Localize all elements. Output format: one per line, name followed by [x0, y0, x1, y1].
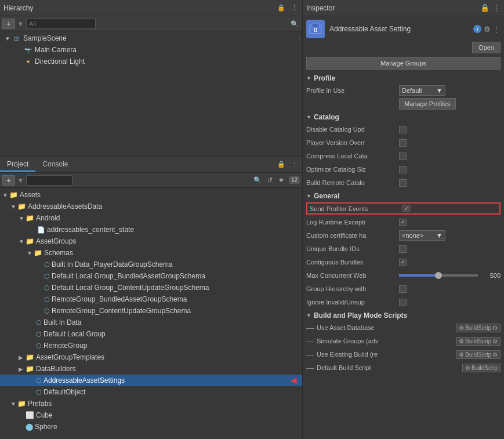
use-existing-build-label: Use Existing Build (re: [317, 351, 456, 358]
asset-icon: ⬡: [44, 296, 50, 303]
list-item[interactable]: ⬤ Sphere: [0, 421, 302, 433]
list-item[interactable]: ⬡ RemoteGroup_BundledAssetGroupSchema: [0, 293, 302, 305]
list-item[interactable]: ▶ 📁 AssetGroupTemplates: [0, 351, 302, 363]
build-play-arrow: ▼: [306, 313, 311, 318]
project-search-icon[interactable]: 🔍: [252, 175, 263, 185]
build-remote-catalog-checkbox[interactable]: [399, 179, 407, 187]
manage-profiles-button[interactable]: Manage Profiles: [399, 98, 456, 110]
simulate-groups-script[interactable]: ⚙ BuildScrip ⚙: [456, 337, 501, 346]
list-item[interactable]: ⬜ Cube: [0, 409, 302, 421]
open-button[interactable]: Open: [472, 42, 501, 53]
build-script-value-0: BuildScrip: [465, 325, 491, 331]
group-hierarchy-label: Group Hierarchy with: [306, 285, 399, 292]
disable-catalog-checkbox[interactable]: [399, 126, 407, 133]
dropdown-arrow-icon: ▼: [436, 87, 443, 94]
project-add-button[interactable]: +: [2, 175, 15, 186]
schema5-label: RemoteGroup_ContentUpdateGroupSchema: [52, 307, 191, 315]
group-hierarchy-checkbox[interactable]: [399, 285, 407, 293]
optimize-catalog-checkbox[interactable]: [399, 166, 407, 173]
project-toolbar: + ▼ 🔍 ↺ ★ 12: [0, 173, 302, 188]
log-runtime-row: Log Runtime Excepti: [306, 216, 501, 228]
hierarchy-camera-label: Main Camera: [35, 46, 77, 54]
compress-catalog-label: Compress Local Cata: [306, 153, 399, 159]
asset-icon-box: {}: [306, 20, 325, 38]
compress-catalog-checkbox[interactable]: [399, 153, 407, 160]
hierarchy-lock-icon[interactable]: 🔒: [276, 3, 287, 13]
list-item[interactable]: ▼ 📁 AssetGroups: [0, 235, 302, 247]
player-version-checkbox[interactable]: [399, 139, 407, 147]
build-script-gear-0: ⚙: [492, 325, 498, 331]
log-runtime-checkbox[interactable]: [399, 219, 407, 226]
use-asset-database-script[interactable]: ⚙ BuildScrip ⚙: [456, 324, 501, 332]
list-item[interactable]: ⬡ Default Local Group_BundledAssetGroupS…: [0, 270, 302, 282]
list-item[interactable]: ⬡ RemoteGroup: [0, 340, 302, 351]
send-profiler-checkbox[interactable]: [403, 205, 410, 212]
asset-icon: ⬡: [36, 331, 42, 338]
list-item[interactable]: ▼ 📁 Android: [0, 212, 302, 224]
list-item[interactable]: ⬡ Built In Data: [0, 317, 302, 328]
project-refresh-icon[interactable]: ↺: [266, 175, 274, 185]
ignore-invalid-checkbox[interactable]: [399, 299, 407, 306]
settings-asset-icon: ⬡: [36, 377, 42, 384]
list-item[interactable]: ⬡ DefaultObject: [0, 386, 302, 398]
tab-project[interactable]: Project: [0, 158, 35, 172]
list-item[interactable]: ▼ 📁 AddressableAssetsData: [0, 201, 302, 212]
hierarchy-search-input[interactable]: [26, 19, 96, 29]
catalog-section-header: ▼ Catalog: [306, 113, 501, 121]
info-icon[interactable]: i: [473, 25, 481, 33]
list-item[interactable]: ⬡ Default Local Group_ContentUpdateGroup…: [0, 282, 302, 293]
list-item[interactable]: ⬡ Default Local Group: [0, 328, 302, 340]
hierarchy-add-button[interactable]: +: [2, 19, 15, 29]
android-label: Android: [36, 214, 60, 222]
build-script-icon-3: ⚙: [465, 365, 470, 371]
list-item[interactable]: 📄 addressables_content_state: [0, 224, 302, 235]
hierarchy-camera-item[interactable]: 📷 Main Camera: [0, 44, 302, 56]
unique-bundle-checkbox[interactable]: [399, 245, 407, 253]
project-lock-icon[interactable]: 🔒: [276, 159, 287, 169]
folder-icon: 📁: [26, 214, 34, 222]
addressable-asset-settings-item[interactable]: ⬡ AddressableAssetSettings ◄: [0, 375, 302, 386]
profile-in-use-row: Profile In Use Default ▼: [306, 85, 501, 96]
schema2-label: Default Local Group_BundledAssetGroupSch…: [52, 272, 205, 280]
simulate-groups-label: Simulate Groups (adv: [317, 338, 456, 344]
list-item[interactable]: ▼ 📁 Schemas: [0, 247, 302, 259]
project-search-input[interactable]: [26, 175, 72, 186]
list-item[interactable]: ▼ 📁 Assets: [0, 189, 302, 201]
list-item[interactable]: ⬡ RemoteGroup_ContentUpdateGroupSchema: [0, 305, 302, 317]
list-item[interactable]: ▼ 📁 Prefabs: [0, 398, 302, 409]
schemas-label: Schemas: [44, 249, 73, 257]
manage-groups-button[interactable]: Manage Groups: [306, 57, 501, 70]
hierarchy-scene-item[interactable]: ▼ ⊡ SampleScene ⋮: [0, 32, 302, 44]
custom-cert-dropdown[interactable]: <none> ▼: [399, 230, 445, 241]
cube-label: Cube: [36, 411, 53, 419]
custom-cert-row: Custom certificate ha <none> ▼: [306, 230, 501, 241]
folder-icon: 📁: [17, 202, 26, 211]
custom-cert-arrow-icon: ▼: [436, 232, 443, 239]
project-more-icon[interactable]: ⋮: [290, 159, 299, 169]
build-script-value-2: BuildScrip: [465, 351, 491, 358]
use-existing-build-script[interactable]: ⚙ BuildScrip ⚙: [456, 350, 501, 359]
send-profiler-label: Send Profiler Events: [310, 205, 403, 212]
max-concurrent-slider[interactable]: 500: [399, 272, 501, 279]
inspector-more-icon[interactable]: ⋮: [493, 3, 501, 12]
scene-menu-icon[interactable]: ⋮: [296, 35, 302, 42]
tab-console[interactable]: Console: [35, 158, 75, 172]
profile-dropdown[interactable]: Default ▼: [399, 85, 445, 96]
asset-groups-label: AssetGroups: [36, 237, 76, 245]
hierarchy-search-icon[interactable]: 🔍: [289, 19, 300, 28]
default-build-script-ref[interactable]: ⚙ BuildScrip: [462, 364, 501, 372]
remote-group-label: RemoteGroup: [43, 342, 87, 350]
asset-more-icon[interactable]: ⋮: [493, 25, 501, 34]
list-item[interactable]: ⬡ Built In Data_PlayerDataGroupSchema: [0, 259, 302, 270]
settings-icon[interactable]: ⚙: [484, 25, 491, 34]
hierarchy-light-item[interactable]: ☀ Directional Light: [0, 56, 302, 67]
project-star-icon[interactable]: ★: [277, 175, 285, 185]
dash-icon: —: [306, 350, 314, 359]
inspector-lock-icon[interactable]: 🔒: [480, 3, 490, 12]
asset-icon: ⬡: [36, 389, 42, 396]
hierarchy-more-icon[interactable]: ⋮: [290, 3, 299, 13]
contiguous-bundles-checkbox[interactable]: [399, 259, 407, 266]
default-build-script-label: Default Build Script: [317, 364, 462, 371]
use-existing-build-row: — Use Existing Build (re ⚙ BuildScrip ⚙: [306, 349, 501, 360]
list-item[interactable]: ▶ 📁 DataBuilders: [0, 363, 302, 375]
